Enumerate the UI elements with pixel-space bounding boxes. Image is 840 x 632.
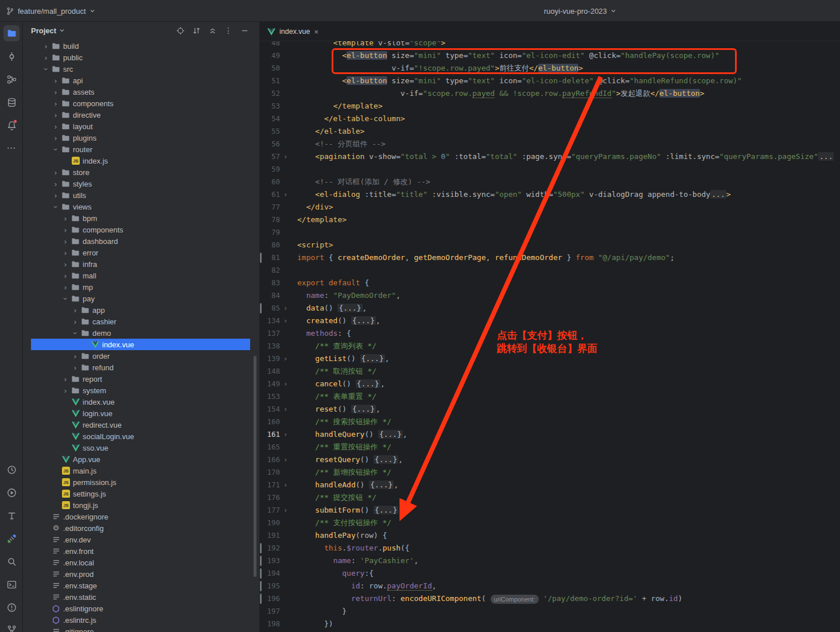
code-line-78[interactable]: 78</template> <box>259 214 840 226</box>
tree-item-.eslintrc.js[interactable]: .eslintrc.js <box>31 614 250 626</box>
tree-item-redirect.vue[interactable]: redirect.vue <box>31 419 250 431</box>
fold-arrow-icon[interactable]: › <box>283 479 287 491</box>
tree-item-index.vue[interactable]: index.vue <box>31 339 250 350</box>
chevron-collapsed-icon[interactable]: › <box>51 88 60 96</box>
tree-item-styles[interactable]: ›styles <box>31 178 250 189</box>
tree-item-layout[interactable]: ›layout <box>31 121 250 132</box>
code-line-198[interactable]: 198 }) <box>259 618 840 630</box>
code-line-134[interactable]: 134› created() {...}, <box>259 315 840 327</box>
chevron-collapsed-icon[interactable]: › <box>61 284 70 291</box>
fold-arrow-icon[interactable]: › <box>283 315 287 327</box>
tree-item-views[interactable]: ›views <box>31 201 250 212</box>
fold-arrow-icon[interactable]: › <box>283 453 287 466</box>
chevron-collapsed-icon[interactable]: › <box>61 249 70 257</box>
project-name-widget[interactable]: ruoyi-vue-pro-2023 <box>544 0 616 22</box>
code-line-138[interactable]: 138 /** 查询列表 */ <box>259 340 840 352</box>
tree-item-dashboard[interactable]: ›dashboard <box>31 235 250 247</box>
fold-arrow-icon[interactable]: › <box>283 352 287 365</box>
tree-item-socialLogin.vue[interactable]: socialLogin.vue <box>31 431 250 442</box>
hide-icon[interactable] <box>240 26 249 35</box>
chevron-collapsed-icon[interactable]: › <box>61 238 70 245</box>
tree-item-system[interactable]: ›system <box>31 385 250 396</box>
chevron-collapsed-icon[interactable]: › <box>51 134 60 142</box>
tree-item-.env.static[interactable]: .env.static <box>31 591 250 603</box>
tree-item-components[interactable]: ›components <box>31 224 250 235</box>
tree-item-.editorconfig[interactable]: ⚙.editorconfig <box>31 522 250 534</box>
chevron-collapsed-icon[interactable]: › <box>61 387 70 394</box>
code-line-51[interactable]: 51 <el-button size="mini" type="text" ic… <box>259 75 840 87</box>
search-icon[interactable] <box>3 553 20 569</box>
fold-arrow-icon[interactable]: › <box>283 378 287 390</box>
fold-arrow-icon[interactable]: › <box>283 504 287 517</box>
kebab-icon[interactable]: ⋮ <box>224 26 233 35</box>
chevron-expanded-icon[interactable]: › <box>72 328 79 338</box>
tree-item-report[interactable]: ›report <box>31 373 250 385</box>
tree-item-pay[interactable]: ›pay <box>31 293 250 304</box>
chevron-collapsed-icon[interactable]: › <box>71 307 80 314</box>
tree-item-router[interactable]: ›router <box>31 144 250 155</box>
run-icon[interactable] <box>3 484 20 501</box>
code-line-54[interactable]: 54 </el-table-column> <box>259 113 840 125</box>
tree-item-.env.front[interactable]: .env.front <box>31 545 250 557</box>
code-line-165[interactable]: 165 /** 重置按钮操作 */ <box>259 441 840 453</box>
code-line-192[interactable]: 192 this.$router.push({ <box>259 542 840 555</box>
plugins-icon[interactable] <box>3 530 20 546</box>
fold-arrow-icon[interactable]: › <box>283 403 287 416</box>
chevron-collapsed-icon[interactable]: › <box>41 42 50 50</box>
code-line-81[interactable]: 81import { createDemoOrder, getDemoOrder… <box>259 251 840 264</box>
history-icon[interactable] <box>3 462 20 478</box>
tree-item-build[interactable]: ›build <box>31 40 250 52</box>
chevron-collapsed-icon[interactable]: › <box>51 111 60 119</box>
tree-item-.env.prod[interactable]: .env.prod <box>31 568 250 580</box>
project-panel-title[interactable]: Project <box>31 26 56 35</box>
code-line-177[interactable]: 177› submitForm() {...}, <box>259 504 840 517</box>
chevron-collapsed-icon[interactable]: › <box>51 192 60 199</box>
chevron-collapsed-icon[interactable]: › <box>61 226 70 234</box>
fold-arrow-icon[interactable]: › <box>283 302 287 315</box>
code-line-149[interactable]: 149› cancel() {...}, <box>259 378 840 390</box>
tree-item-bpm[interactable]: ›bpm <box>31 212 250 224</box>
code-line-148[interactable]: 148 /** 取消按钮 */ <box>259 365 840 378</box>
tree-item-directive[interactable]: ›directive <box>31 109 250 121</box>
chevron-collapsed-icon[interactable]: › <box>61 272 70 280</box>
structure-icon[interactable] <box>3 71 20 87</box>
code-line-166[interactable]: 166› resetQuery() {...}, <box>259 453 840 466</box>
tree-item-.gitignore[interactable]: .gitignore <box>31 626 250 632</box>
chevron-collapsed-icon[interactable]: › <box>41 54 50 61</box>
tree-item-plugins[interactable]: ›plugins <box>31 132 250 144</box>
database-icon[interactable] <box>3 94 20 110</box>
collapse-icon[interactable] <box>208 26 217 35</box>
chevron-collapsed-icon[interactable]: › <box>51 169 60 176</box>
tree-item-cashier[interactable]: ›cashier <box>31 316 250 327</box>
git-branch-widget[interactable]: feature/mall_product <box>6 0 95 22</box>
code-line-137[interactable]: 137 methods: { <box>259 327 840 340</box>
chevron-collapsed-icon[interactable]: › <box>51 100 60 107</box>
chevron-expanded-icon[interactable]: › <box>62 294 69 303</box>
code-line-171[interactable]: 171› handleAdd() {...}, <box>259 479 840 491</box>
terminal-icon[interactable] <box>3 576 20 592</box>
code-line-139[interactable]: 139› getList() {...}, <box>259 352 840 365</box>
tree-item-assets[interactable]: ›assets <box>31 86 250 98</box>
tree-item-components[interactable]: ›components <box>31 98 250 109</box>
tree-item-sso.vue[interactable]: sso.vue <box>31 442 250 453</box>
git-icon[interactable] <box>3 621 20 632</box>
project-scrollbar[interactable] <box>254 356 256 577</box>
tree-item-refund[interactable]: ›refund <box>31 362 250 373</box>
tree-item-mp[interactable]: ›mp <box>31 281 250 293</box>
tree-item-login.vue[interactable]: login.vue <box>31 408 250 419</box>
code-line-55[interactable]: 55 </el-table> <box>259 125 840 138</box>
tree-item-api[interactable]: ›api <box>31 75 250 86</box>
code-line-84[interactable]: 84 name: "PayDemoOrder", <box>259 289 840 302</box>
commit-icon[interactable] <box>3 48 20 64</box>
chevron-collapsed-icon[interactable]: › <box>61 261 70 268</box>
problems-icon[interactable] <box>3 599 20 615</box>
tree-item-settings.js[interactable]: JSsettings.js <box>31 488 250 499</box>
code-line-195[interactable]: 195 id: row.payOrderId, <box>259 580 840 592</box>
editor-tab-index-vue[interactable]: index.vue × <box>260 22 325 41</box>
tree-item-src[interactable]: ›src <box>31 63 250 75</box>
more-icon[interactable]: ⋯ <box>3 140 20 156</box>
code-line-161[interactable]: 161› handleQuery() {...}, <box>259 428 840 441</box>
tree-item-error[interactable]: ›error <box>31 247 250 258</box>
tree-item-.dockerignore[interactable]: .dockerignore <box>31 511 250 522</box>
chevron-collapsed-icon[interactable]: › <box>71 352 80 360</box>
